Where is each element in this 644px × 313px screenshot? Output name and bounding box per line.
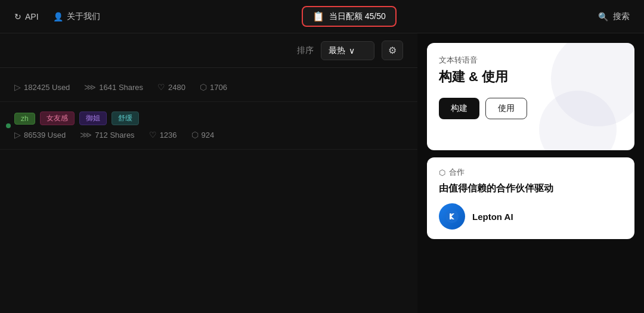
- stat-bookmarks-2: ⬡ 924: [191, 130, 215, 140]
- sort-selected-value: 最热: [329, 45, 345, 56]
- quota-badge[interactable]: 📋 当日配额 45/50: [302, 6, 397, 27]
- share-icon: ⋙: [84, 82, 96, 92]
- header-center: 📋 当日配额 45/50: [302, 6, 397, 27]
- card-stats-1: ▷ 182425 Used ⋙ 1641 Shares ♡ 2480 ⬡ 170…: [14, 82, 403, 92]
- search-label: 搜索: [613, 11, 630, 22]
- used-count-1: 182425 Used: [24, 83, 70, 92]
- content-area: 排序 最热 ∨ ⚙ ▷ 182425 Used ⋙ 1: [0, 33, 417, 313]
- tag-yujie[interactable]: 御姐: [79, 111, 107, 125]
- about-label: 关于我们: [67, 11, 100, 22]
- stat-shares-2: ⋙ 712 Shares: [80, 130, 135, 140]
- partner-item: Lepton AI: [439, 203, 623, 230]
- main-layout: 排序 最热 ∨ ⚙ ▷ 182425 Used ⋙ 1: [0, 33, 644, 313]
- stat-shares-1: ⋙ 1641 Shares: [84, 82, 143, 92]
- bookmark-icon-2: ⬡: [191, 130, 199, 140]
- tts-buttons: 构建 使用: [439, 98, 623, 119]
- sort-label: 排序: [297, 45, 314, 56]
- header-nav-left: ↻ API 👤 关于我们: [14, 11, 100, 22]
- heart-icon: ♡: [157, 82, 165, 92]
- sort-select[interactable]: 最热 ∨: [321, 41, 374, 60]
- quota-display: 当日配额 45/50: [329, 11, 386, 22]
- svg-point-0: [445, 210, 459, 223]
- sort-bar: 排序 最热 ∨ ⚙: [0, 33, 417, 68]
- right-sidebar: 文本转语音 构建 & 使用 构建 使用 ⬡ 合作 由值得信赖的合作伙伴驱动: [417, 33, 644, 313]
- tts-subtitle: 文本转语音: [439, 55, 623, 66]
- tts-title: 构建 & 使用: [439, 68, 623, 86]
- list-item: zh 女友感 御姐 舒缓 ▷ 86539 Used ⋙ 712 Shares: [0, 102, 417, 150]
- used-count-2: 86539 Used: [24, 131, 66, 140]
- stat-used-1: ▷ 182425 Used: [14, 82, 70, 92]
- filter-button[interactable]: ⚙: [382, 41, 403, 60]
- active-dot: [6, 123, 11, 128]
- partner-name: Lepton AI: [472, 212, 513, 222]
- partner-card-title: 由值得信赖的合作伙伴驱动: [439, 182, 623, 195]
- stat-likes-2: ♡ 1236: [149, 130, 177, 140]
- tag-zh[interactable]: zh: [14, 113, 35, 125]
- quota-icon: 📋: [312, 11, 324, 22]
- build-button[interactable]: 构建: [439, 98, 479, 119]
- stat-bookmarks-1: ⬡ 1706: [200, 82, 227, 92]
- stat-used-2: ▷ 86539 Used: [14, 130, 66, 140]
- filter-icon: ⚙: [388, 45, 397, 56]
- partner-card-header: ⬡ 合作: [439, 167, 623, 178]
- partner-logo: [439, 203, 465, 230]
- partner-card: ⬡ 合作 由值得信赖的合作伙伴驱动 Lepton AI: [427, 157, 634, 239]
- tags-row: zh 女友感 御姐 舒缓: [14, 111, 403, 125]
- tag-nuyu[interactable]: 女友感: [40, 111, 75, 125]
- partner-section-icon: ⬡: [439, 168, 445, 177]
- stat-likes-1: ♡ 2480: [157, 82, 185, 92]
- likes-count-1: 2480: [168, 83, 185, 92]
- play-icon-2: ▷: [14, 130, 21, 140]
- card-list: ▷ 182425 Used ⋙ 1641 Shares ♡ 2480 ⬡ 170…: [0, 68, 417, 313]
- likes-count-2: 1236: [160, 131, 177, 140]
- shares-count-1: 1641 Shares: [99, 83, 143, 92]
- nav-item-about[interactable]: 👤 关于我们: [53, 11, 100, 22]
- chevron-down-icon: ∨: [349, 46, 355, 55]
- heart-icon-2: ♡: [149, 130, 157, 140]
- header: ↻ API 👤 关于我们 📋 当日配额 45/50 🔍 搜索: [0, 0, 644, 33]
- search-icon: 🔍: [598, 12, 608, 21]
- tag-shuhuan[interactable]: 舒缓: [112, 111, 139, 125]
- bookmark-icon: ⬡: [200, 82, 207, 92]
- tts-card: 文本转语音 构建 & 使用 构建 使用: [427, 43, 634, 150]
- use-button[interactable]: 使用: [485, 98, 527, 119]
- nav-item-api[interactable]: ↻ API: [14, 12, 39, 21]
- play-icon: ▷: [14, 82, 21, 92]
- partner-section-label: 合作: [449, 167, 465, 178]
- user-icon: 👤: [53, 12, 63, 21]
- api-icon: ↻: [14, 12, 21, 21]
- bookmarks-count-1: 1706: [210, 83, 227, 92]
- shares-count-2: 712 Shares: [95, 131, 135, 140]
- bookmarks-count-2: 924: [202, 131, 215, 140]
- share-icon-2: ⋙: [80, 130, 92, 140]
- header-search[interactable]: 🔍 搜索: [598, 11, 630, 22]
- list-item: ▷ 182425 Used ⋙ 1641 Shares ♡ 2480 ⬡ 170…: [0, 68, 417, 102]
- api-label: API: [25, 12, 39, 21]
- card-stats-2: ▷ 86539 Used ⋙ 712 Shares ♡ 1236 ⬡ 924: [14, 130, 403, 140]
